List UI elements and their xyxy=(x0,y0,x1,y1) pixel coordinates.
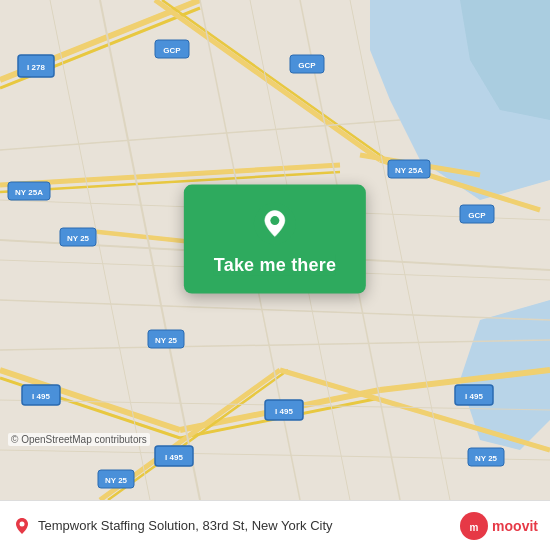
location-pin-icon xyxy=(254,203,296,245)
svg-text:I 278: I 278 xyxy=(27,63,45,72)
svg-text:NY 25A: NY 25A xyxy=(15,188,43,197)
location-card: Take me there xyxy=(184,185,366,294)
svg-text:NY 25: NY 25 xyxy=(67,234,90,243)
svg-text:I 495: I 495 xyxy=(465,392,483,401)
svg-text:m: m xyxy=(470,522,479,533)
svg-text:NY 25: NY 25 xyxy=(475,454,498,463)
moovit-brand-label: moovit xyxy=(492,518,538,534)
copyright-text: © OpenStreetMap contributors xyxy=(8,433,150,446)
moovit-logo: m moovit xyxy=(460,512,538,540)
svg-text:NY 25: NY 25 xyxy=(155,336,178,345)
svg-text:I 495: I 495 xyxy=(275,407,293,416)
location-icon xyxy=(12,516,32,536)
svg-text:GCP: GCP xyxy=(298,61,316,70)
bottom-bar: Tempwork Staffing Solution, 83rd St, New… xyxy=(0,500,550,550)
map-container: I 278 GCP GCP GCP NY 25A NY 25A NY 25 NY… xyxy=(0,0,550,500)
svg-text:GCP: GCP xyxy=(468,211,486,220)
svg-text:NY 25: NY 25 xyxy=(105,476,128,485)
svg-text:I 495: I 495 xyxy=(32,392,50,401)
moovit-icon-svg: m xyxy=(460,512,488,540)
location-label: Tempwork Staffing Solution, 83rd St, New… xyxy=(38,518,460,533)
svg-text:NY 25A: NY 25A xyxy=(395,166,423,175)
svg-point-64 xyxy=(270,216,279,225)
svg-text:GCP: GCP xyxy=(163,46,181,55)
take-me-there-button[interactable]: Take me there xyxy=(214,255,336,276)
svg-text:I 495: I 495 xyxy=(165,453,183,462)
svg-point-65 xyxy=(20,521,25,526)
